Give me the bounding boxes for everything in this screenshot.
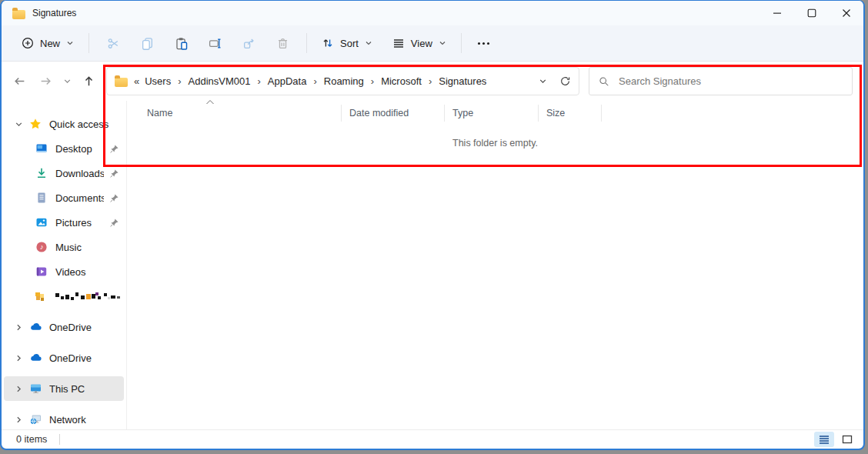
- details-view-toggle-button[interactable]: [814, 432, 834, 447]
- sidebar-item-label: Network: [49, 414, 124, 426]
- folder-icon: [12, 10, 25, 19]
- details-view-icon: [819, 435, 830, 444]
- pin-icon: [104, 193, 124, 203]
- large-icons-view-toggle-button[interactable]: [837, 432, 857, 447]
- sidebar-item-quick-access[interactable]: Quick access: [4, 112, 124, 136]
- paste-button[interactable]: [164, 30, 198, 56]
- search-input[interactable]: [617, 75, 852, 88]
- sidebar-item-label: Downloads: [55, 168, 104, 179]
- copy-button[interactable]: [130, 30, 164, 56]
- command-bar: New: [2, 25, 863, 62]
- pin-icon: [104, 218, 124, 228]
- share-button[interactable]: [232, 30, 265, 56]
- sidebar-item-label: OneDrive: [49, 352, 124, 364]
- svg-text:♪: ♪: [40, 242, 44, 251]
- trash-icon: [276, 37, 289, 50]
- folder-icon: [115, 78, 128, 87]
- cut-button[interactable]: [96, 30, 130, 56]
- breadcrumb-item[interactable]: Users: [142, 74, 173, 88]
- breadcrumb-item[interactable]: Microsoft: [379, 74, 424, 88]
- document-icon: [35, 192, 48, 204]
- view-button[interactable]: View: [385, 32, 454, 54]
- desktop-icon: [35, 142, 48, 155]
- search-icon: [599, 76, 609, 87]
- onedrive-cloud-icon: [28, 352, 42, 364]
- address-dropdown-chevron-icon[interactable]: [539, 77, 547, 85]
- sidebar-item-pictures[interactable]: Pictures: [4, 210, 124, 235]
- sidebar-item-onedrive-1[interactable]: OneDrive: [4, 315, 124, 339]
- chevron-down-icon: [66, 39, 74, 47]
- rename-icon: [209, 37, 222, 50]
- pin-icon: [104, 144, 124, 154]
- search-box: [589, 67, 853, 95]
- sidebar-item-label: Documents: [55, 192, 104, 204]
- plus-circle-icon: [22, 37, 34, 49]
- chevron-collapsed-icon[interactable]: [8, 354, 28, 362]
- breadcrumb-separator: ›: [429, 75, 432, 87]
- breadcrumb-item[interactable]: AddinsVM001: [186, 74, 253, 88]
- sidebar-item-label: This PC: [49, 383, 124, 395]
- see-more-button[interactable]: [469, 42, 499, 45]
- sort-button[interactable]: Sort: [314, 32, 380, 54]
- maximize-icon: [806, 7, 818, 19]
- sidebar-item-label: Pictures: [55, 217, 104, 229]
- download-icon: [35, 167, 48, 179]
- close-button[interactable]: [829, 1, 863, 25]
- redacted-label-pixelated: [55, 291, 124, 302]
- forward-button[interactable]: [32, 68, 58, 95]
- sidebar-item-videos[interactable]: Videos: [4, 259, 124, 284]
- column-header-type[interactable]: Type: [445, 105, 539, 122]
- refresh-icon[interactable]: [559, 75, 571, 87]
- breadcrumb-item[interactable]: Signatures: [436, 74, 489, 88]
- new-button[interactable]: New: [14, 32, 82, 54]
- sidebar-item-downloads[interactable]: Downloads: [4, 161, 124, 185]
- breadcrumb-item[interactable]: Roaming: [322, 74, 366, 88]
- column-headers: Name Date modified Type Size: [127, 101, 863, 125]
- breadcrumb-item[interactable]: AppData: [265, 74, 309, 88]
- sidebar-item-desktop[interactable]: Desktop: [4, 136, 124, 161]
- sidebar-item-redacted-folder[interactable]: [4, 284, 124, 309]
- sidebar-item-music[interactable]: ♪ Music: [4, 235, 124, 259]
- rename-button[interactable]: [198, 30, 232, 56]
- maximize-button[interactable]: [794, 1, 829, 25]
- see-more-icon: [478, 42, 480, 45]
- toolbar-divider: [306, 33, 307, 53]
- file-explorer-window: Signatures New: [0, 0, 865, 450]
- window-title: Signatures: [32, 8, 760, 18]
- sidebar-item-network[interactable]: Network: [4, 407, 124, 429]
- chevron-down-icon: [63, 77, 72, 85]
- chevron-collapsed-icon[interactable]: [8, 385, 28, 393]
- view-button-label: View: [411, 38, 432, 49]
- sidebar-item-label: OneDrive: [49, 322, 124, 333]
- onedrive-cloud-icon: [28, 321, 42, 333]
- column-header-date-modified[interactable]: Date modified: [342, 105, 445, 122]
- sidebar-item-this-pc[interactable]: This PC: [4, 376, 124, 401]
- pictures-icon: [35, 216, 48, 229]
- address-bar[interactable]: « Users › AddinsVM001 › AppData › Roamin…: [106, 67, 579, 95]
- sidebar-item-onedrive-2[interactable]: OneDrive: [4, 346, 124, 370]
- back-button[interactable]: [6, 68, 32, 95]
- sidebar-item-documents[interactable]: Documents: [4, 185, 124, 210]
- breadcrumb-overflow[interactable]: «: [134, 75, 139, 87]
- large-icons-view-icon: [842, 435, 853, 444]
- chevron-collapsed-icon[interactable]: [8, 416, 28, 424]
- status-bar: 0 items: [2, 429, 863, 449]
- close-icon: [840, 7, 853, 19]
- forward-arrow-icon: [39, 75, 52, 88]
- pin-icon: [104, 169, 124, 179]
- column-header-name[interactable]: Name: [139, 105, 342, 122]
- explorer-body: Quick access Desktop Downloads: [2, 101, 863, 429]
- chevron-down-icon: [365, 39, 372, 47]
- delete-button[interactable]: [265, 30, 299, 56]
- recent-locations-button[interactable]: [58, 68, 75, 95]
- this-pc-icon: [28, 382, 42, 395]
- up-button[interactable]: [75, 68, 102, 95]
- breadcrumb-separator: ›: [313, 75, 316, 87]
- back-arrow-icon: [13, 75, 26, 88]
- chevron-collapsed-icon[interactable]: [8, 323, 28, 332]
- view-list-icon: [392, 37, 405, 49]
- chevron-expanded-icon[interactable]: [8, 120, 28, 129]
- breadcrumb-separator: ›: [178, 75, 181, 87]
- column-header-size[interactable]: Size: [539, 105, 602, 122]
- minimize-button[interactable]: [760, 1, 794, 25]
